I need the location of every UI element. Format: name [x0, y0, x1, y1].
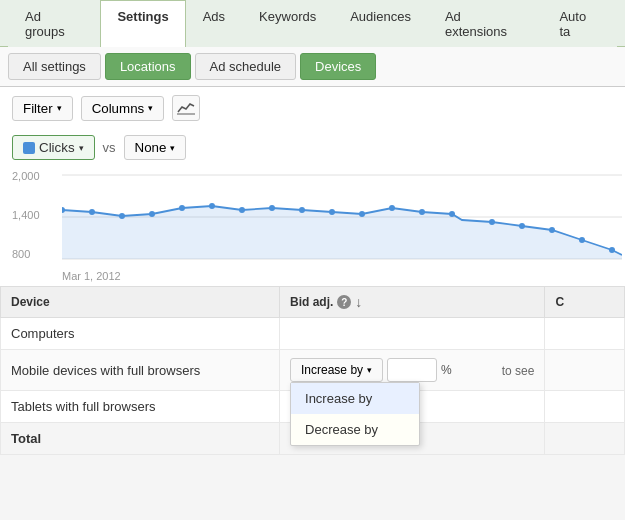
columns-button[interactable]: Columns ▾ — [81, 96, 165, 121]
chart-date-label: Mar 1, 2012 — [62, 270, 613, 282]
th-device: Device — [1, 287, 280, 318]
svg-point-22 — [579, 237, 585, 243]
bid-percent-input[interactable] — [387, 358, 437, 382]
svg-point-17 — [419, 209, 425, 215]
line-chart-icon — [177, 100, 195, 116]
tab-keywords[interactable]: Keywords — [242, 0, 333, 47]
subtab-locations[interactable]: Locations — [105, 53, 191, 80]
svg-point-10 — [209, 203, 215, 209]
chart-y-axis: 2,000 1,400 800 — [12, 170, 40, 260]
clicks-label: Clicks — [39, 140, 75, 155]
dropdown-item-decrease-by[interactable]: Decrease by — [291, 414, 419, 445]
y-label-mid: 1,400 — [12, 209, 40, 221]
bid-adj-control: Increase by ▾ Increase by Decrease by % — [290, 358, 534, 382]
subtab-ad-schedule[interactable]: Ad schedule — [195, 53, 297, 80]
tab-ads[interactable]: Ads — [186, 0, 242, 47]
th-bid-adj: Bid adj. ? ↓ — [280, 287, 545, 318]
subtab-devices[interactable]: Devices — [300, 53, 376, 80]
device-name: Mobile devices with full browsers — [11, 363, 200, 378]
col-c-cell — [545, 318, 625, 350]
columns-label: Columns — [92, 101, 145, 116]
subtab-all-settings[interactable]: All settings — [8, 53, 101, 80]
svg-rect-0 — [177, 113, 195, 115]
svg-point-16 — [389, 205, 395, 211]
filter-caret-icon: ▾ — [57, 103, 62, 113]
chart-area: 2,000 1,400 800 — [0, 166, 625, 286]
bid-adj-cell — [280, 318, 545, 350]
y-label-bot: 800 — [12, 248, 40, 260]
svg-point-6 — [89, 209, 95, 215]
bid-type-dropdown-container: Increase by ▾ Increase by Decrease by — [290, 358, 383, 382]
filter-button[interactable]: Filter ▾ — [12, 96, 73, 121]
bid-adj-help-icon[interactable]: ? — [337, 295, 351, 309]
th-col-c-label: C — [555, 295, 564, 309]
device-name: Computers — [11, 326, 75, 341]
none-caret-icon: ▾ — [170, 143, 175, 153]
none-metric-button[interactable]: None ▾ — [124, 135, 187, 160]
none-label: None — [135, 140, 167, 155]
metric-selector-row: Clicks ▾ vs None ▾ — [0, 129, 625, 166]
clicks-metric-button[interactable]: Clicks ▾ — [12, 135, 95, 160]
svg-point-21 — [549, 227, 555, 233]
total-label: Total — [1, 423, 280, 455]
devices-table: Device Bid adj. ? ↓ C Computers — [0, 286, 625, 455]
bid-adj-cell[interactable]: Increase by ▾ Increase by Decrease by % … — [280, 350, 545, 391]
vs-label: vs — [103, 140, 116, 155]
bid-type-dropdown-menu: Increase by Decrease by — [290, 382, 420, 446]
th-device-label: Device — [11, 295, 50, 309]
tab-auto-ta[interactable]: Auto ta — [542, 0, 617, 47]
svg-point-7 — [119, 213, 125, 219]
hint-text: to see — [502, 364, 535, 378]
svg-point-13 — [299, 207, 305, 213]
device-name: Tablets with full browsers — [11, 399, 156, 414]
toolbar: Filter ▾ Columns ▾ — [0, 87, 625, 129]
col-c-cell — [545, 391, 625, 423]
columns-caret-icon: ▾ — [148, 103, 153, 113]
sub-nav: All settings Locations Ad schedule Devic… — [0, 47, 625, 87]
tab-ad-groups[interactable]: Ad groups — [8, 0, 100, 47]
tab-audiences[interactable]: Audiences — [333, 0, 428, 47]
bid-type-selected-label: Increase by — [301, 363, 363, 377]
th-bid-adj-label: Bid adj. — [290, 295, 333, 309]
clicks-color-dot — [23, 142, 35, 154]
bid-type-dropdown-button[interactable]: Increase by ▾ — [290, 358, 383, 382]
svg-point-15 — [359, 211, 365, 217]
device-cell: Mobile devices with full browsers — [1, 350, 280, 391]
top-nav: Ad groups Settings Ads Keywords Audience… — [0, 0, 625, 47]
svg-point-14 — [329, 209, 335, 215]
chart-icon-button[interactable] — [172, 95, 200, 121]
svg-point-11 — [239, 207, 245, 213]
table-row: Mobile devices with full browsers Increa… — [1, 350, 625, 391]
device-cell: Computers — [1, 318, 280, 350]
sort-arrow-icon[interactable]: ↓ — [355, 294, 362, 310]
svg-point-20 — [519, 223, 525, 229]
device-cell: Tablets with full browsers — [1, 391, 280, 423]
svg-point-18 — [449, 211, 455, 217]
dropdown-item-increase-by[interactable]: Increase by — [291, 383, 419, 414]
svg-point-19 — [489, 219, 495, 225]
bid-type-caret-icon: ▾ — [367, 365, 372, 375]
table-row: Computers — [1, 318, 625, 350]
svg-point-9 — [179, 205, 185, 211]
tab-settings[interactable]: Settings — [100, 0, 185, 47]
table-header: Device Bid adj. ? ↓ C — [1, 287, 625, 318]
col-c-cell — [545, 350, 625, 391]
percent-symbol: % — [441, 363, 452, 377]
th-col-c: C — [545, 287, 625, 318]
svg-point-12 — [269, 205, 275, 211]
clicks-caret-icon: ▾ — [79, 143, 84, 153]
y-label-top: 2,000 — [12, 170, 40, 182]
svg-point-8 — [149, 211, 155, 217]
chart-svg-container — [62, 170, 613, 268]
svg-point-23 — [609, 247, 615, 253]
total-col-c — [545, 423, 625, 455]
tab-ad-extensions[interactable]: Ad extensions — [428, 0, 542, 47]
line-chart-svg — [62, 170, 622, 265]
filter-label: Filter — [23, 101, 53, 116]
